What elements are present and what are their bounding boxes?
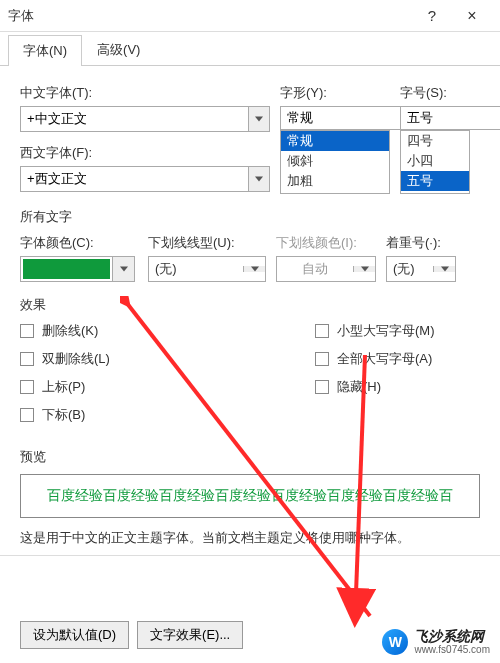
label-western-font: 西文字体(F): xyxy=(20,144,270,162)
divider xyxy=(0,555,500,556)
label-chinese-font: 中文字体(T): xyxy=(20,84,270,102)
font-style-combo[interactable] xyxy=(280,106,390,130)
checkbox-icon xyxy=(315,380,329,394)
font-color-picker[interactable] xyxy=(20,256,135,282)
emphasis-select[interactable]: (无) xyxy=(386,256,456,282)
check-superscript[interactable]: 上标(P) xyxy=(20,378,185,396)
checkbox-icon xyxy=(315,352,329,366)
checkbox-icon xyxy=(20,380,34,394)
list-item[interactable]: 五号 xyxy=(401,171,469,191)
western-font-combo[interactable] xyxy=(20,166,270,192)
list-item[interactable]: 倾斜 xyxy=(281,151,389,171)
emphasis-value: (无) xyxy=(387,260,433,278)
watermark-title: 飞沙系统网 xyxy=(414,629,490,644)
check-small-caps[interactable]: 小型大写字母(M) xyxy=(315,322,480,340)
underline-color-select: 自动 xyxy=(276,256,376,282)
chinese-font-combo[interactable] xyxy=(20,106,270,132)
label-underline-color: 下划线颜色(I): xyxy=(276,234,376,252)
text-effects-button[interactable]: 文字效果(E)... xyxy=(137,621,243,649)
checkbox-icon xyxy=(315,324,329,338)
font-color-dropdown[interactable] xyxy=(112,257,134,281)
check-strike[interactable]: 删除线(K) xyxy=(20,322,185,340)
check-hidden[interactable]: 隐藏(H) xyxy=(315,378,480,396)
label-preview: 预览 xyxy=(20,448,480,466)
watermark-logo-icon: W xyxy=(382,629,408,655)
font-size-list[interactable]: 四号 小四 五号 xyxy=(400,130,470,194)
check-subscript[interactable]: 下标(B) xyxy=(20,406,185,424)
label-font-color: 字体颜色(C): xyxy=(20,234,138,252)
list-item[interactable]: 小四 xyxy=(401,151,469,171)
list-item[interactable]: 加粗 xyxy=(281,171,389,191)
tab-font[interactable]: 字体(N) xyxy=(8,35,82,66)
label-effects: 效果 xyxy=(20,296,480,314)
western-font-input[interactable] xyxy=(20,166,248,192)
titlebar: 字体 ? × xyxy=(0,0,500,32)
font-size-input[interactable] xyxy=(400,106,500,130)
watermark: W 飞沙系统网 www.fs0745.com xyxy=(378,627,494,657)
label-all-text: 所有文字 xyxy=(20,208,480,226)
list-item[interactable]: 四号 xyxy=(401,131,469,151)
dialog-content: 中文字体(T): 西文字体(F): 字形(Y): 常规 倾斜 加粗 字 xyxy=(0,66,500,566)
underline-style-select[interactable]: (无) xyxy=(148,256,266,282)
preview-box: 百度经验百度经验百度经验百度经验百度经验百度经验百度经验百 xyxy=(20,474,480,518)
emphasis-dropdown[interactable] xyxy=(433,266,455,272)
underline-style-dropdown[interactable] xyxy=(243,266,265,272)
label-font-style: 字形(Y): xyxy=(280,84,390,102)
label-underline-style: 下划线线型(U): xyxy=(148,234,266,252)
tab-bar: 字体(N) 高级(V) xyxy=(0,32,500,66)
help-button[interactable]: ? xyxy=(412,7,452,24)
font-size-combo[interactable] xyxy=(400,106,470,130)
watermark-url: www.fs0745.com xyxy=(414,644,490,655)
western-font-dropdown[interactable] xyxy=(248,166,270,192)
check-all-caps[interactable]: 全部大写字母(A) xyxy=(315,350,480,368)
label-emphasis: 着重号(·): xyxy=(386,234,456,252)
close-button[interactable]: × xyxy=(452,7,492,25)
font-style-list[interactable]: 常规 倾斜 加粗 xyxy=(280,130,390,194)
preview-note: 这是用于中文的正文主题字体。当前文档主题定义将使用哪种字体。 xyxy=(20,530,480,547)
underline-color-dropdown xyxy=(353,266,375,272)
checkbox-icon xyxy=(20,408,34,422)
color-swatch xyxy=(23,259,110,279)
tab-advanced[interactable]: 高级(V) xyxy=(82,34,155,65)
window-title: 字体 xyxy=(8,7,412,25)
list-item[interactable]: 常规 xyxy=(281,131,389,151)
chinese-font-input[interactable] xyxy=(20,106,248,132)
chinese-font-dropdown[interactable] xyxy=(248,106,270,132)
label-font-size: 字号(S): xyxy=(400,84,470,102)
underline-color-value: 自动 xyxy=(277,260,353,278)
underline-style-value: (无) xyxy=(149,260,243,278)
set-default-button[interactable]: 设为默认值(D) xyxy=(20,621,129,649)
checkbox-icon xyxy=(20,324,34,338)
checkbox-icon xyxy=(20,352,34,366)
effects-checks: 删除线(K) 双删除线(L) 上标(P) 下标(B) 小型大写字母(M) 全部大… xyxy=(20,322,480,434)
check-double-strike[interactable]: 双删除线(L) xyxy=(20,350,185,368)
